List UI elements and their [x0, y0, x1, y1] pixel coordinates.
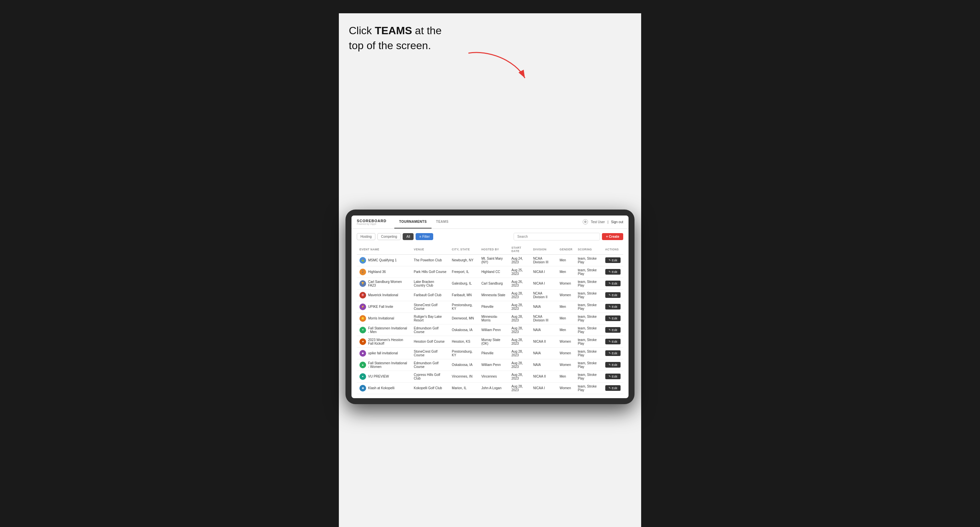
table-row: 🏆 Carl Sandburg Women FA23 Lake Bracken … [357, 278, 623, 289]
cell-hosted-by: Pikeville [479, 301, 509, 313]
edit-icon: ✎ [609, 259, 611, 262]
edit-btn[interactable]: ✎ Edit [605, 385, 620, 391]
hosting-filter-btn[interactable]: Hosting [357, 233, 375, 240]
event-name-text: Highland 36 [368, 270, 386, 274]
edit-label: Edit [612, 351, 617, 355]
tab-teams[interactable]: TEAMS [431, 216, 453, 229]
edit-btn[interactable]: ✎ Edit [605, 257, 620, 263]
table-row: ⚡ UPIKE Fall Invite StoneCrest Golf Cour… [357, 301, 623, 313]
edit-btn[interactable]: ✎ Edit [605, 339, 620, 344]
cell-gender: Women [557, 382, 575, 394]
cell-scoring: team, Stroke Play [575, 266, 602, 278]
col-scoring: SCORING [575, 244, 602, 255]
cell-event-name: ⛳ MSMC Qualifying 1 [357, 254, 411, 266]
team-avatar: ● [360, 373, 366, 380]
cell-city-state: Galesburg, IL [449, 278, 479, 289]
team-avatar: 🏌 [360, 269, 366, 275]
cell-division: NCAA Division III [531, 313, 557, 324]
cell-city-state: Vincennes, IN [449, 371, 479, 382]
edit-btn[interactable]: ✎ Edit [605, 281, 620, 286]
edit-icon: ✎ [609, 363, 611, 366]
edit-btn[interactable]: ✎ Edit [605, 316, 620, 321]
cell-scoring: team, Stroke Play [575, 348, 602, 359]
edit-btn[interactable]: ✎ Edit [605, 350, 620, 356]
settings-icon[interactable]: ⚙ [583, 219, 588, 224]
cell-scoring: team, Stroke Play [575, 301, 602, 313]
cell-scoring: team, Stroke Play [575, 324, 602, 336]
event-name-text: Klash at Kokopelli [368, 386, 395, 390]
cell-actions: ✎ Edit [603, 278, 623, 289]
filter-lines-icon: ≡ [419, 235, 421, 238]
edit-icon: ✎ [609, 387, 611, 389]
edit-label: Edit [612, 328, 617, 332]
edit-btn[interactable]: ✎ Edit [605, 304, 620, 310]
search-input[interactable] [514, 233, 600, 240]
col-event-name: EVENT NAME [357, 244, 411, 255]
sign-out-link[interactable]: Sign out [611, 220, 623, 224]
cell-start-date: Aug 28, 2023 [509, 336, 530, 348]
edit-icon: ✎ [609, 375, 611, 378]
cell-hosted-by: John A Logan [479, 382, 509, 394]
table-row: 🏌 Highland 36 Park Hills Golf Course Fre… [357, 266, 623, 278]
tab-tournaments[interactable]: TOURNAMENTS [395, 216, 431, 229]
cell-hosted-by: Pikeville [479, 348, 509, 359]
competing-filter-btn[interactable]: Competing [377, 233, 401, 240]
cell-event-name: 🏆 Carl Sandburg Women FA23 [357, 278, 411, 289]
col-hosted-by: HOSTED BY [479, 244, 509, 255]
cell-division: NICAA I [531, 278, 557, 289]
edit-label: Edit [612, 375, 617, 378]
tablet-frame: SCOREBOARD Powered by Clippit TOURNAMENT… [345, 210, 635, 404]
create-btn[interactable]: + Create [602, 233, 623, 240]
cell-start-date: Aug 28, 2023 [509, 301, 530, 313]
cell-hosted-by: William Penn [479, 324, 509, 336]
filter-icon-btn[interactable]: ≡ Filter [415, 233, 433, 240]
cell-event-name: ⚡ UPIKE Fall Invite [357, 301, 411, 313]
cell-gender: Women [557, 336, 575, 348]
cell-division: NICAA II [531, 371, 557, 382]
cell-gender: Men [557, 324, 575, 336]
cell-city-state: Newburgh, NY [449, 254, 479, 266]
table-row: ⛳ MSMC Qualifying 1 The Powelton Club Ne… [357, 254, 623, 266]
cell-gender: Men [557, 254, 575, 266]
cell-event-name: ★ 2023 Women's Hesston Fall Kickoff [357, 336, 411, 348]
edit-btn[interactable]: ✎ Edit [605, 292, 620, 298]
cell-gender: Women [557, 289, 575, 301]
edit-label: Edit [612, 340, 617, 343]
tournaments-table: EVENT NAME VENUE CITY, STATE HOSTED BY S… [357, 244, 623, 394]
cell-division: NCAA Division II [531, 289, 557, 301]
edit-btn[interactable]: ✎ Edit [605, 269, 620, 275]
event-name-text: UPIKE Fall Invite [368, 305, 393, 308]
logo-title: SCOREBOARD [357, 219, 387, 223]
cell-city-state: Hesston, KS [449, 336, 479, 348]
cell-actions: ✎ Edit [603, 324, 623, 336]
cell-hosted-by: Carl Sandburg [479, 278, 509, 289]
cell-division: NICAA II [531, 336, 557, 348]
cell-actions: ✎ Edit [603, 382, 623, 394]
all-filter-btn[interactable]: All [402, 233, 414, 240]
table-row: 🎯 Maverick Invitational Faribault Golf C… [357, 289, 623, 301]
edit-btn[interactable]: ✎ Edit [605, 327, 620, 333]
cell-event-name: ◉ Klash at Kokopelli [357, 382, 411, 394]
edit-btn[interactable]: ✎ Edit [605, 374, 620, 379]
edit-icon: ✎ [609, 294, 611, 297]
event-name-text: Morris Invitational [368, 316, 394, 320]
cell-hosted-by: Highland CC [479, 266, 509, 278]
logo-subtitle: Powered by Clippit [357, 223, 387, 225]
cell-venue: Faribault Golf Club [411, 289, 449, 301]
cell-gender: Men [557, 301, 575, 313]
edit-btn[interactable]: ✎ Edit [605, 362, 620, 368]
cell-gender: Men [557, 313, 575, 324]
team-avatar: ✦ [360, 327, 366, 333]
table-row: ▲ Fall Statesmen Invitational - Women Ed… [357, 359, 623, 371]
cell-scoring: team, Stroke Play [575, 371, 602, 382]
cell-city-state: Deerwood, MN [449, 313, 479, 324]
col-actions: ACTIONS [603, 244, 623, 255]
edit-icon: ✎ [609, 352, 611, 355]
team-avatar: ◉ [360, 385, 366, 392]
table-header-row: EVENT NAME VENUE CITY, STATE HOSTED BY S… [357, 244, 623, 255]
cell-division: NICAA I [531, 382, 557, 394]
cell-event-name: ◆ upike fall invitational [357, 348, 411, 359]
content-area: Hosting Competing All ≡ Filter + Create … [352, 229, 628, 398]
cell-venue: Edmundson Golf Course [411, 324, 449, 336]
table-row: ◉ Klash at Kokopelli Kokopelli Golf Club… [357, 382, 623, 394]
